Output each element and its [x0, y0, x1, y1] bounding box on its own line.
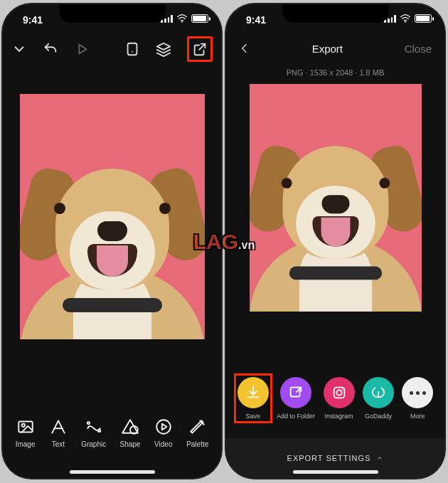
svg-marker-13 [162, 424, 167, 430]
home-indicator[interactable] [70, 470, 155, 474]
svg-rect-5 [18, 421, 33, 432]
wifi-icon [400, 14, 411, 23]
option-label: More [410, 413, 425, 420]
chevron-up-icon [376, 455, 383, 462]
export-option-more[interactable]: More [402, 377, 433, 420]
svg-rect-15 [291, 388, 300, 397]
wifi-icon [176, 14, 188, 23]
back-button[interactable] [239, 43, 250, 54]
shape-icon [121, 418, 139, 436]
svg-rect-2 [128, 43, 137, 55]
notch [59, 4, 166, 23]
save-highlight [234, 373, 272, 423]
tool-label: Palette [186, 440, 208, 448]
editor-toolbar [3, 33, 221, 65]
page-icon[interactable] [124, 41, 140, 57]
text-icon [49, 418, 68, 436]
tool-label: Graphic [81, 440, 106, 448]
video-icon [154, 418, 173, 436]
export-option-godaddy[interactable]: GoDaddy [363, 377, 394, 420]
instagram-icon [324, 377, 355, 408]
export-header: Export Close [226, 33, 444, 64]
svg-point-8 [87, 422, 89, 424]
svg-point-19 [341, 389, 343, 391]
tool-graphic[interactable]: Graphic [81, 418, 106, 448]
editor-canvas[interactable] [20, 94, 205, 339]
tool-label: Image [16, 440, 36, 448]
svg-point-12 [156, 420, 171, 434]
export-icon[interactable] [192, 41, 208, 57]
more-icon [402, 377, 433, 408]
tool-video[interactable]: Video [154, 418, 173, 448]
export-title: Export [312, 43, 343, 55]
undo-icon[interactable] [43, 41, 58, 57]
canvas-image [250, 126, 422, 304]
export-screen: 9:41 Export Close PNG · 1536 x 2048 · 1.… [226, 4, 444, 478]
tool-label: Text [52, 440, 65, 448]
option-label: GoDaddy [365, 413, 392, 420]
tool-palette[interactable]: Palette [186, 418, 208, 448]
layers-icon[interactable] [156, 41, 171, 57]
tool-label: Video [154, 440, 172, 448]
play-icon[interactable] [74, 41, 90, 57]
editor-screen: 9:41 [3, 4, 221, 478]
godaddy-icon [363, 377, 394, 408]
export-preview [250, 84, 422, 312]
battery-icon [191, 14, 208, 23]
export-option-save[interactable]: Save [238, 377, 269, 420]
export-option-folder[interactable]: Add to Folder [277, 377, 315, 420]
svg-point-6 [21, 424, 24, 427]
folder-icon [280, 377, 311, 408]
status-time: 9:41 [23, 14, 43, 26]
canvas-image [20, 147, 205, 339]
svg-marker-1 [79, 45, 86, 54]
tool-label: Shape [120, 440, 141, 448]
export-highlight [187, 36, 213, 62]
svg-marker-4 [157, 43, 170, 50]
svg-point-0 [181, 21, 183, 23]
home-indicator[interactable] [293, 470, 378, 474]
option-label: Add to Folder [277, 413, 315, 420]
tool-shape[interactable]: Shape [120, 418, 141, 448]
export-options-row: Save Add to Folder Instagram GoDaddy Mor… [226, 377, 444, 420]
tool-text[interactable]: Text [49, 418, 68, 448]
notch [282, 4, 389, 23]
export-settings-label: EXPORT SETTINGS [287, 454, 371, 462]
graphic-icon [85, 418, 103, 436]
svg-point-18 [336, 390, 341, 395]
export-meta: PNG · 1536 x 2048 · 1.8 MB [226, 64, 444, 84]
collapse-icon[interactable] [11, 41, 27, 57]
editor-tool-row: Image Text Graphic Shape Video Palette [3, 418, 221, 448]
image-icon [16, 418, 35, 436]
tool-image[interactable]: Image [16, 418, 36, 448]
option-label: Instagram [324, 413, 353, 420]
close-button[interactable]: Close [405, 43, 432, 55]
palette-icon [188, 418, 207, 436]
svg-point-14 [405, 21, 406, 23]
export-option-instagram[interactable]: Instagram [324, 377, 355, 420]
status-time: 9:41 [246, 14, 266, 26]
battery-icon [415, 14, 432, 23]
